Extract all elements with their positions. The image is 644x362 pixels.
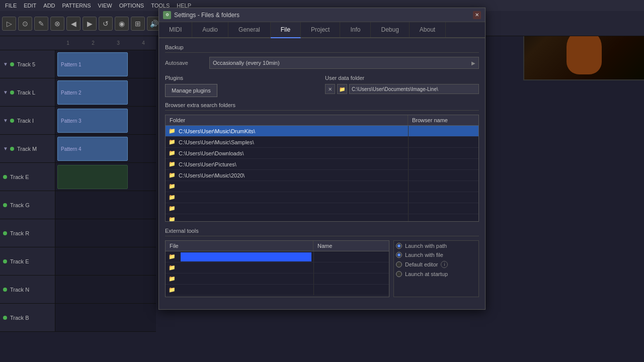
browser-row-1[interactable]: 📁C:\Users\User\Music\Samples\	[166, 137, 478, 148]
ext-row-0[interactable]: 📁	[166, 251, 389, 262]
tab-info[interactable]: Info	[340, 22, 371, 37]
close-button[interactable]: ✕	[473, 11, 481, 19]
track-content-0[interactable]: Pattern 1	[55, 50, 156, 78]
launch-option-0[interactable]: Launch with path	[396, 243, 476, 249]
track-dot-0	[10, 62, 14, 66]
browser-col-name-header: Browser name	[408, 115, 478, 125]
plugins-userdata-row: Plugins Manage plugins User data folder …	[165, 75, 479, 97]
tab-general[interactable]: General	[228, 22, 271, 37]
track-content-4[interactable]	[55, 163, 156, 191]
toolbar-btn-6[interactable]: ▶	[83, 17, 97, 31]
browser-table: Folder Browser name 📁C:\Users\User\Music…	[165, 115, 479, 222]
pattern-block-1[interactable]: Pattern 2	[57, 80, 128, 105]
menu-options[interactable]: OPTIONS	[116, 2, 147, 10]
track-row-6[interactable]: Track R	[0, 219, 156, 247]
track-rows: ▼Track 5Pattern 1▼Track LPattern 2▼Track…	[0, 50, 156, 332]
browser-row-8[interactable]: 📁	[166, 214, 478, 221]
track-label-9: Track B	[0, 304, 55, 331]
track-dot-9	[3, 316, 7, 320]
track-row-8[interactable]: Track N	[0, 276, 156, 304]
browser-name-col-0	[408, 126, 478, 136]
launch-option-1[interactable]: Launch with file	[396, 252, 476, 258]
track-row-4[interactable]: Track E	[0, 163, 156, 191]
browser-section-title: Browser extra search folders	[165, 102, 479, 111]
track-row-1[interactable]: ▼Track LPattern 2	[0, 78, 156, 107]
track-row-5[interactable]: Track G	[0, 191, 156, 219]
pattern-block-green-4[interactable]	[57, 165, 128, 189]
track-content-5[interactable]	[55, 191, 156, 219]
plugins-col: Plugins Manage plugins	[165, 75, 319, 97]
ext-name-col-1	[313, 262, 389, 273]
tab-project[interactable]: Project	[301, 22, 340, 37]
browser-row-2[interactable]: 📁C:\Users\User\Downloads\	[166, 148, 478, 159]
ruler-mark-2: 2	[80, 40, 106, 46]
folder-icon-0: 📁	[166, 128, 179, 134]
track-row-0[interactable]: ▼Track 5Pattern 1	[0, 50, 156, 78]
track-content-8[interactable]	[55, 276, 156, 303]
track-content-1[interactable]: Pattern 2	[55, 78, 156, 106]
track-row-2[interactable]: ▼Track IPattern 3	[0, 107, 156, 135]
pattern-block-3[interactable]: Pattern 4	[57, 137, 128, 161]
launch-option-label-3: Launch at startup	[405, 271, 448, 277]
ext-row-1[interactable]: 📁	[166, 262, 389, 274]
track-dot-8	[3, 288, 7, 292]
track-row-3[interactable]: ▼Track MPattern 4	[0, 135, 156, 163]
ext-row-3[interactable]: 📁	[166, 285, 389, 296]
toolbar-btn-5[interactable]: ◀	[66, 17, 80, 31]
track-content-7[interactable]	[55, 247, 156, 275]
toolbar-btn-3[interactable]: ✎	[34, 17, 48, 31]
folder-icon-2: 📁	[166, 150, 179, 156]
user-data-path: C:\Users\User\Documents\Image-Line\	[349, 84, 479, 94]
browser-scroll[interactable]: 📁C:\Users\User\Music\DrumKits\📁C:\Users\…	[166, 126, 478, 221]
track-content-2[interactable]: Pattern 3	[55, 107, 156, 134]
backup-section-title: Backup	[165, 44, 479, 53]
menu-edit[interactable]: EDIT	[21, 2, 39, 10]
track-label-6: Track R	[0, 219, 55, 247]
browser-row-6[interactable]: 📁	[166, 192, 478, 203]
menu-patterns[interactable]: PATTERNS	[59, 2, 94, 10]
menu-add[interactable]: ADD	[40, 2, 58, 10]
toolbar-btn-2[interactable]: ⊙	[18, 17, 32, 31]
toolbar-btn-8[interactable]: ◉	[115, 17, 129, 31]
path-clear-button[interactable]: ✕	[325, 84, 335, 94]
tab-debug[interactable]: Debug	[371, 22, 409, 37]
launch-option-2[interactable]: Default editori	[396, 261, 476, 268]
manage-plugins-button[interactable]: Manage plugins	[165, 84, 217, 97]
pattern-block-2[interactable]: Pattern 3	[57, 109, 128, 133]
folder-path-2: C:\Users\User\Downloads\	[179, 150, 408, 156]
pattern-block-0[interactable]: Pattern 1	[57, 52, 128, 76]
toolbar-btn-1[interactable]: ▷	[2, 17, 16, 31]
tab-audio[interactable]: Audio	[192, 22, 228, 37]
autosave-select[interactable]: Occasionally (every 10min) ▶	[209, 57, 479, 69]
dialog-titlebar: ⚙ Settings - Files & folders ✕	[159, 8, 485, 22]
toolbar-btn-4[interactable]: ⊗	[50, 17, 64, 31]
ruler: 1 2 3 4	[0, 36, 156, 50]
info-icon-2[interactable]: i	[441, 261, 448, 268]
browser-row-7[interactable]: 📁	[166, 203, 478, 214]
launch-option-label-2: Default editor	[405, 261, 438, 267]
tab-about[interactable]: About	[410, 22, 446, 37]
launch-option-3[interactable]: Launch at startup	[396, 271, 476, 277]
settings-dialog[interactable]: ⚙ Settings - Files & folders ✕ MIDIAudio…	[158, 8, 486, 310]
browser-row-4[interactable]: 📁C:\Users\User\Music\2020\	[166, 170, 478, 181]
track-content-6[interactable]	[55, 219, 156, 247]
track-row-7[interactable]: Track E	[0, 247, 156, 276]
menu-file[interactable]: FILE	[2, 2, 20, 10]
toolbar-btn-7[interactable]: ↺	[99, 17, 113, 31]
browser-row-0[interactable]: 📁C:\Users\User\Music\DrumKits\	[166, 126, 478, 137]
track-row-9[interactable]: Track B	[0, 304, 156, 332]
toolbar-btn-9[interactable]: ⊞	[131, 17, 145, 31]
track-name-5: Track G	[10, 202, 30, 208]
tab-midi[interactable]: MIDI	[159, 22, 192, 37]
ext-scroll[interactable]: 📁📁📁📁	[166, 251, 389, 297]
browser-name-col-1	[408, 137, 478, 147]
ext-folder-icon-1: 📁	[166, 264, 179, 271]
tab-file[interactable]: File	[271, 22, 301, 38]
menu-view[interactable]: VIEW	[95, 2, 115, 10]
browser-row-3[interactable]: 📁C:\Users\User\Pictures\	[166, 159, 478, 170]
track-content-3[interactable]: Pattern 4	[55, 135, 156, 162]
path-folder-button[interactable]: 📁	[337, 84, 347, 94]
ext-row-2[interactable]: 📁	[166, 274, 389, 285]
browser-row-5[interactable]: 📁	[166, 181, 478, 192]
track-content-9[interactable]	[55, 304, 156, 331]
